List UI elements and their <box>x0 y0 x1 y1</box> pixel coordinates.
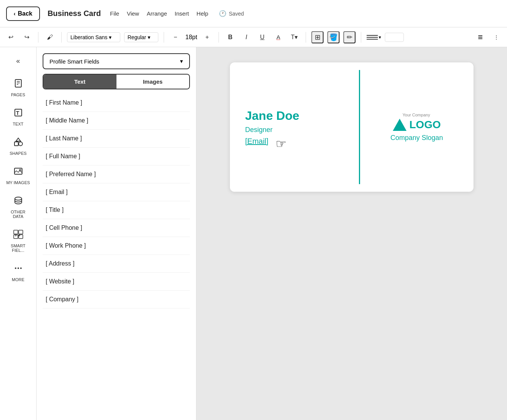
more-icon <box>13 263 23 276</box>
field-company[interactable]: [ Company ] <box>43 291 190 309</box>
sidebar-item-shapes[interactable]: SHAPES <box>3 133 33 159</box>
saved-status: 🕐 Saved <box>219 10 244 17</box>
shapes-icon <box>13 137 23 150</box>
left-sidebar: « PAGES T TEXT SHAPES MY IMAGES <box>0 47 37 420</box>
smart-fields-panel: Profile Smart Fields ▾ Text Images [ Fir… <box>37 47 196 420</box>
panel-dropdown[interactable]: Profile Smart Fields ▾ <box>43 53 190 69</box>
card-slogan: Company Slogan <box>391 134 443 142</box>
my-images-label: MY IMAGES <box>6 180 30 185</box>
other-data-icon <box>13 196 23 208</box>
field-first-name[interactable]: [ First Name ] <box>43 94 190 112</box>
card-title: Designer <box>245 126 344 134</box>
spacing-value-input[interactable] <box>385 33 404 42</box>
pages-icon <box>13 78 23 91</box>
fill-color-button[interactable]: 🪣 <box>327 31 340 43</box>
tab-text[interactable]: Text <box>43 75 116 89</box>
italic-button[interactable]: I <box>240 31 252 43</box>
field-email[interactable]: [ Email ] <box>43 183 190 201</box>
smart-fields-label: SMART FIEL... <box>6 243 30 253</box>
svg-point-10 <box>19 169 21 171</box>
back-chevron-icon: ‹ <box>14 11 16 17</box>
field-list: [ First Name ] [ Middle Name ] [ Last Na… <box>43 94 190 309</box>
svg-text:T: T <box>16 110 19 116</box>
text-color-button[interactable]: A <box>272 31 284 43</box>
smart-fields-icon: +✦ <box>13 229 23 242</box>
font-size-value: 18pt <box>185 34 197 41</box>
field-cell-phone[interactable]: [ Cell Phone ] <box>43 219 190 237</box>
pages-label: PAGES <box>11 92 25 97</box>
svg-marker-8 <box>16 138 21 141</box>
text-color-icon: A <box>276 34 280 40</box>
overflow-button[interactable]: ⋮ <box>490 31 502 43</box>
svg-point-18 <box>18 267 19 269</box>
svg-point-19 <box>20 267 22 269</box>
text-icon: T <box>13 108 23 120</box>
tab-images[interactable]: Images <box>116 75 190 89</box>
sidebar-item-my-images[interactable]: MY IMAGES <box>3 162 33 189</box>
field-full-name[interactable]: [ Full Name ] <box>43 148 190 165</box>
other-data-label: OTHER DATA <box>6 210 30 219</box>
menu-view[interactable]: View <box>127 10 139 17</box>
toolbar-separator-1 <box>38 32 38 43</box>
toolbar-separator-3 <box>164 32 164 43</box>
saved-label: Saved <box>229 11 244 17</box>
logo-area: Your Company LOGO <box>393 113 441 131</box>
field-preferred-name[interactable]: [ Preferred Name ] <box>43 165 190 183</box>
field-middle-name[interactable]: [ Middle Name ] <box>43 112 190 130</box>
border-button[interactable]: ✏ <box>343 31 356 43</box>
underline-button[interactable]: U <box>256 31 268 43</box>
font-style-value: Regular <box>128 34 146 40</box>
logo-text: LOGO <box>410 119 441 131</box>
text-style-icon: T▾ <box>291 33 298 41</box>
field-title[interactable]: [ Title ] <box>43 201 190 219</box>
line-spacing-control[interactable]: ▾ <box>367 35 381 40</box>
company-label: Your Company <box>403 113 430 117</box>
svg-point-7 <box>19 142 22 146</box>
toolbar-separator-2 <box>61 32 62 43</box>
logo-triangle-icon <box>393 119 407 131</box>
more-options-button[interactable]: ≡ <box>474 31 486 43</box>
redo-button[interactable]: ↪ <box>21 31 33 43</box>
svg-rect-6 <box>14 142 18 146</box>
card-email[interactable]: [Email] <box>245 137 344 146</box>
tab-text-label: Text <box>74 78 86 85</box>
font-size-increase-button[interactable]: + <box>201 31 213 43</box>
bold-button[interactable]: B <box>224 31 236 43</box>
sidebar-item-pages[interactable]: PAGES <box>3 75 33 101</box>
menu-file[interactable]: File <box>110 10 119 17</box>
field-work-phone[interactable]: [ Work Phone ] <box>43 237 190 255</box>
sidebar-item-smart-fields[interactable]: +✦ SMART FIEL... <box>3 226 33 256</box>
sidebar-item-text[interactable]: T TEXT <box>3 104 33 130</box>
table-button[interactable]: ⊞ <box>311 31 324 43</box>
main-content: « PAGES T TEXT SHAPES MY IMAGES <box>0 47 507 420</box>
font-family-dropdown-icon: ▾ <box>109 34 112 40</box>
collapse-icon: « <box>16 57 20 65</box>
back-label: Back <box>18 10 32 17</box>
menu-insert[interactable]: Insert <box>175 10 189 17</box>
paint-format-button[interactable]: 🖌 <box>44 31 56 43</box>
sidebar-item-more[interactable]: MORE <box>3 259 33 286</box>
text-style-button[interactable]: T▾ <box>288 31 300 43</box>
card-name: Jane Doe <box>245 109 344 123</box>
menu-help[interactable]: Help <box>196 10 208 17</box>
more-label: MORE <box>12 277 24 282</box>
sidebar-collapse-button[interactable]: « <box>11 53 26 68</box>
my-images-icon <box>13 166 23 179</box>
font-size-decrease-button[interactable]: − <box>169 31 182 43</box>
clock-icon: 🕐 <box>219 10 226 17</box>
menu-arrange[interactable]: Arrange <box>147 10 167 17</box>
sidebar-item-other-data[interactable]: OTHER DATA <box>3 192 33 223</box>
tab-images-label: Images <box>143 78 163 85</box>
field-address[interactable]: [ Address ] <box>43 255 190 273</box>
field-last-name[interactable]: [ Last Name ] <box>43 130 190 148</box>
card-right-section: Your Company LOGO Company Slogan <box>360 62 474 192</box>
font-family-select[interactable]: Liberation Sans ▾ <box>67 32 120 42</box>
field-website[interactable]: [ Website ] <box>43 273 190 291</box>
canvas-area[interactable]: Jane Doe Designer [Email] Your Company L… <box>196 47 507 420</box>
back-button[interactable]: ‹ Back <box>6 6 40 21</box>
undo-button[interactable]: ↩ <box>5 31 17 43</box>
font-style-select[interactable]: Regular ▾ <box>124 32 158 42</box>
svg-point-11 <box>15 197 22 200</box>
panel-tabs: Text Images <box>43 74 190 89</box>
shapes-label: SHAPES <box>10 151 27 156</box>
